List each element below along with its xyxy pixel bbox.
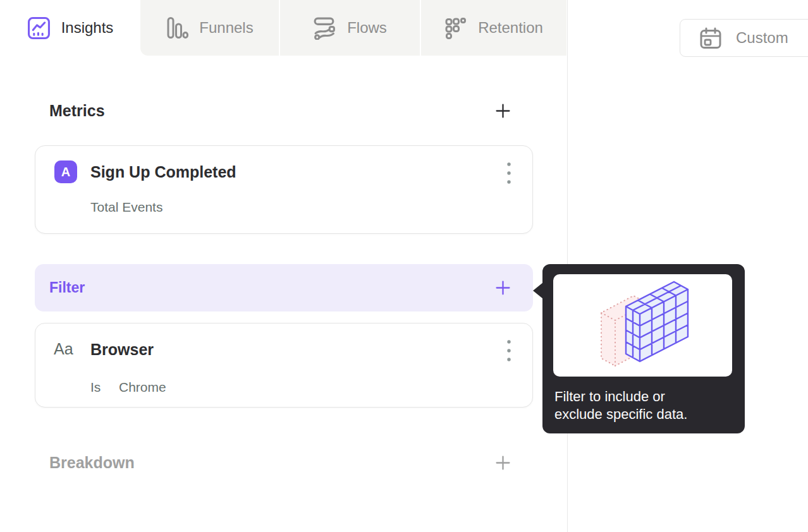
calendar-icon <box>699 27 722 50</box>
dot-grid-icon <box>444 16 467 40</box>
tab-funnels[interactable]: Funnels <box>140 0 279 56</box>
tab-retention-label: Retention <box>478 19 543 37</box>
insights-report-builder: Insights Funnels <box>0 0 808 532</box>
tab-flows-label: Flows <box>347 19 387 37</box>
filter-section-row[interactable]: Filter <box>35 264 533 311</box>
breakdown-title: Breakdown <box>49 454 135 472</box>
metric-series-badge: A <box>54 160 77 183</box>
tooltip-text-line1: Filter to include or <box>554 388 735 406</box>
tab-insights-label: Insights <box>61 19 114 37</box>
metric-aggregation[interactable]: Total Events <box>90 200 162 215</box>
add-breakdown-button[interactable] <box>495 455 511 471</box>
metric-card[interactable]: A Sign Up Completed Total Events <box>35 145 533 234</box>
tab-insights[interactable]: Insights <box>0 0 140 56</box>
filter-title: Filter <box>49 279 85 296</box>
metrics-title: Metrics <box>49 102 105 120</box>
filter-property-name: Browser <box>90 341 154 359</box>
line-chart-icon <box>27 16 51 40</box>
flow-stream-icon <box>313 16 336 40</box>
filter-operator[interactable]: Is <box>90 380 101 395</box>
tab-funnels-label: Funnels <box>199 19 253 37</box>
add-metric-button[interactable] <box>495 103 511 119</box>
metric-event-name: Sign Up Completed <box>90 163 236 181</box>
tooltip-arrow <box>533 282 543 299</box>
bar-chart-icon <box>166 16 188 39</box>
metric-menu-button[interactable] <box>506 161 511 185</box>
tab-flows[interactable]: Flows <box>280 0 420 56</box>
breakdown-section-header: Breakdown <box>35 450 533 475</box>
date-range-custom-button[interactable]: Custom <box>680 19 808 57</box>
add-filter-button[interactable] <box>495 280 511 296</box>
custom-button-label: Custom <box>736 29 788 47</box>
isometric-cube-filter-illustration <box>553 274 732 377</box>
report-type-tabbar: Insights Funnels <box>0 0 566 56</box>
filter-tooltip: Filter to include or exclude specific da… <box>542 264 745 433</box>
tooltip-text: Filter to include or exclude specific da… <box>554 388 735 423</box>
string-property-icon: Aa <box>54 340 73 358</box>
metrics-section-header: Metrics <box>35 98 533 123</box>
filter-menu-button[interactable] <box>506 339 511 363</box>
filter-value[interactable]: Chrome <box>119 380 166 395</box>
tooltip-text-line2: exclude specific data. <box>554 406 735 423</box>
filter-card[interactable]: Aa Browser Is Chrome <box>35 323 533 408</box>
tab-retention[interactable]: Retention <box>421 0 566 56</box>
